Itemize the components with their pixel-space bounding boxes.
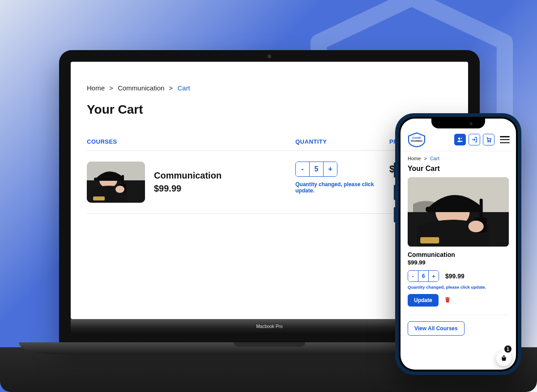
breadcrumb: Home > Communication > Cart: [87, 84, 452, 92]
qty-changed-message: Quantity changed, please click update.: [408, 285, 509, 290]
phone-side-button: [394, 162, 396, 178]
col-courses: COURSES: [87, 138, 295, 145]
course-name: Communication: [408, 251, 509, 258]
logo-text-bottom: TRAINING: [411, 140, 423, 142]
quantity-stepper: - 6 +: [408, 270, 439, 282]
qty-decrement-button[interactable]: -: [408, 271, 418, 281]
account-button[interactable]: [454, 134, 466, 145]
qty-value[interactable]: 6: [418, 271, 429, 281]
cart-button[interactable]: [483, 134, 494, 145]
svg-point-9: [461, 138, 462, 139]
laptop-camera: [268, 55, 271, 58]
breadcrumb-sep: >: [424, 156, 426, 161]
logo-text-top: GUARD: [412, 136, 421, 139]
remove-item-button[interactable]: [444, 296, 451, 305]
breadcrumb-home[interactable]: Home: [408, 156, 421, 161]
update-button[interactable]: Update: [408, 294, 439, 307]
svg-rect-7: [93, 196, 105, 200]
breadcrumb-sep: >: [169, 84, 173, 92]
login-button[interactable]: [469, 134, 480, 145]
qty-changed-message: Quantity changed, please click update.: [295, 181, 389, 194]
course-thumbnail: [87, 162, 145, 203]
svg-point-6: [115, 186, 124, 193]
login-icon: [471, 136, 477, 143]
svg-rect-3: [94, 178, 124, 181]
trash-icon: [444, 296, 451, 303]
floating-cart-button[interactable]: [496, 351, 511, 366]
svg-point-11: [490, 141, 491, 142]
phone-frame: GUARD TRAINING: [395, 113, 521, 375]
svg-rect-15: [426, 207, 482, 212]
quantity-stepper: - 5 +: [295, 162, 337, 177]
breadcrumb-sep: >: [109, 84, 113, 92]
brand-logo[interactable]: GUARD TRAINING: [407, 132, 426, 147]
cart-icon: [486, 136, 492, 143]
breadcrumb: Home > Cart: [408, 156, 509, 161]
qty-increment-button[interactable]: +: [324, 162, 337, 176]
breadcrumb-current: Cart: [177, 84, 190, 92]
breadcrumb-current: Cart: [430, 156, 439, 161]
col-quantity: QUANTITY: [295, 138, 389, 145]
svg-point-10: [488, 141, 489, 142]
qty-value[interactable]: 5: [309, 162, 324, 176]
cart-count-badge: 1: [504, 345, 511, 353]
course-unit-price: $99.99: [408, 259, 509, 266]
laptop-label: Macbook Pro: [256, 324, 283, 329]
page-title: Your Cart: [408, 165, 509, 173]
course-unit-price: $99.99: [154, 183, 222, 194]
view-all-courses-button[interactable]: View All Courses: [408, 321, 465, 336]
menu-button[interactable]: [500, 136, 510, 143]
basket-icon: [500, 354, 508, 362]
svg-point-18: [469, 221, 484, 232]
phone-side-button: [394, 207, 396, 222]
line-price: $99.99: [445, 273, 465, 280]
divider: [408, 315, 509, 315]
hamburger-icon: [500, 136, 510, 137]
course-name: Communication: [154, 170, 222, 181]
breadcrumb-communication[interactable]: Communication: [118, 84, 164, 92]
svg-point-8: [458, 137, 460, 140]
person-icon: [457, 136, 463, 143]
breadcrumb-home[interactable]: Home: [87, 84, 105, 92]
laptop-trackpad-notch: [234, 342, 305, 347]
phone-notch: [431, 119, 485, 128]
page-title: Your Cart: [87, 102, 452, 117]
course-thumbnail: [408, 177, 509, 247]
qty-increment-button[interactable]: +: [429, 271, 439, 281]
qty-decrement-button[interactable]: -: [296, 162, 309, 176]
svg-rect-19: [420, 237, 439, 243]
phone-side-button: [394, 185, 396, 200]
